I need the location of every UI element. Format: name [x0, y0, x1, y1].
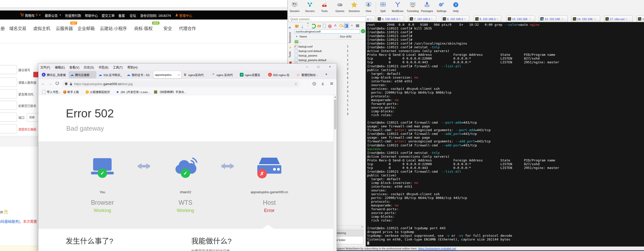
tab-close-icon[interactable]: × [497, 18, 498, 20]
sort-icon[interactable]: ▼ [296, 35, 298, 38]
topbar-submit-ticket[interactable]: 提交工单 [102, 13, 115, 18]
scroll-thumb[interactable] [334, 99, 336, 129]
reload-icon[interactable] [55, 81, 59, 85]
topbar-admin-center[interactable]: 管理中心 [179, 13, 192, 18]
url-text[interactable]: https://appsetupdos.game009.cn/test.jpg [74, 82, 133, 86]
form-input-2[interactable] [0, 78, 17, 87]
forward-icon[interactable]: → [48, 81, 52, 86]
new-tab-button[interactable]: + [325, 72, 327, 77]
maximize-button[interactable]: □ [315, 64, 322, 70]
downloads-icon[interactable] [321, 82, 325, 86]
key-icon[interactable] [338, 23, 343, 28]
form-input-6[interactable] [0, 124, 17, 133]
help-icon[interactable]: ? [4, 210, 8, 214]
session-tab-6-192-168-3[interactable]: 6. 192.168.3× [376, 16, 404, 22]
cart-link[interactable]: 购物车 [25, 13, 35, 18]
delete-icon[interactable]: × [327, 23, 332, 28]
nav-item-4[interactable]: 云服务器HOT [56, 25, 73, 31]
form-input-1[interactable] [0, 65, 17, 74]
cart-icon[interactable] [20, 13, 24, 17]
menu-icon[interactable] [330, 82, 333, 85]
shield-icon[interactable] [65, 82, 68, 86]
bookmark-item-5[interactable]: 《网易棋牌》手游合... [154, 90, 186, 94]
tab-close-icon[interactable]: × [464, 18, 466, 20]
session-tab-9-192-168-3[interactable]: 9. 192.168.3× [474, 16, 501, 22]
menu-help[interactable]: 帮助(H) [127, 65, 138, 69]
terminal[interactable]: root 2946 0.0 0.0 9180 984 pts/0 S+ 10:3… [366, 22, 644, 246]
sidebar-tab-sessions[interactable]: Sessions [288, 32, 291, 43]
tab-close-icon[interactable]: × [562, 18, 563, 20]
nav-item-7[interactable]: 商标·版权NEW [134, 25, 153, 31]
topbar-announcements[interactable]: 最新公告 [45, 13, 58, 18]
browser-tab-9[interactable]: C002-nginx-在 [267, 71, 294, 78]
upload-icon[interactable]: ↑ [305, 23, 310, 28]
session-tab-17-xibu-ser[interactable]: 17. xibu-ser× [604, 16, 633, 22]
browser-tab-6[interactable]: Bnginx反向代 [182, 71, 209, 78]
toolbar-split-button[interactable]: Split [376, 1, 390, 13]
nav-item-9[interactable]: 代理合作 [179, 25, 196, 31]
menu-tools[interactable]: 工具(T) [113, 65, 123, 69]
menu-history[interactable]: 历史(S) [84, 65, 94, 69]
topbar-forum[interactable]: 论坛 [130, 13, 136, 18]
snippet-icon[interactable] [355, 23, 360, 28]
nav-item-2[interactable]: 域名交易 [9, 25, 26, 31]
topbar-recharge[interactable]: 充值预付款 [65, 13, 81, 18]
topbar-filing[interactable]: 备案 [118, 13, 125, 18]
rename-icon[interactable]: A [333, 23, 338, 28]
session-tab-7-192-168-3[interactable]: 7. 192.168.3× [408, 16, 436, 22]
tab-close-icon[interactable]: × [626, 18, 627, 20]
toolbar-view-button[interactable]: View [361, 1, 375, 13]
file-col-size[interactable]: Size (KB) [340, 35, 351, 38]
menu-file[interactable]: 文件(F) [40, 65, 50, 69]
nav-item-6[interactable]: 云建站·小程序 [100, 25, 127, 31]
sidebar-tab-tools[interactable]: Tools [288, 51, 291, 58]
session-tab-19-192-168[interactable]: 19. 192.168× [636, 16, 644, 22]
browser-tab-5[interactable]: appsetupdos.× [153, 71, 181, 78]
toolbar-multiexec-button[interactable]: MultiExec [391, 1, 405, 13]
content-scrollbar[interactable]: ▲ [333, 95, 337, 251]
menu-bookmarks[interactable]: 书签(B) [98, 65, 108, 69]
url-bar[interactable]: https://appsetupdos.game009.cn/test.jpg … [62, 80, 300, 87]
tab-close-icon[interactable]: × [431, 18, 433, 20]
browser-tab-1[interactable]: b腾讯云_百度搜 [40, 71, 68, 78]
toolbar-tunneling-button[interactable]: Tunneling [406, 1, 420, 13]
toolbar-tools-button[interactable]: Tools [317, 1, 331, 13]
form-input-3[interactable] [0, 89, 17, 98]
path-ok-icon[interactable]: ✓ [361, 29, 365, 33]
new-file-icon[interactable] [322, 23, 327, 28]
bookmark-item-3[interactable]: 火狐搜索起始页 [86, 90, 110, 94]
session-tab-10-192-168-[interactable]: 10. 192.168.× [506, 16, 535, 22]
toolbar-help-button[interactable]: ?Help [449, 1, 463, 13]
minimize-button[interactable]: – [303, 64, 311, 70]
browser-tab-10[interactable]: (-)管理控制台 - [295, 71, 323, 78]
file-path-input[interactable]: /usr/local/nginx/conf/ [294, 29, 360, 34]
toolbar-packages-button[interactable]: Packages [420, 1, 434, 13]
file-row[interactable]: fastcgi_params [295, 54, 317, 57]
file-col-name[interactable]: Name [300, 35, 307, 38]
browser-tab-3[interactable]: ☁SSL证书购买_ [97, 71, 125, 78]
topbar-help-center[interactable]: 帮助中心 [85, 13, 98, 18]
lock-icon[interactable] [70, 82, 72, 86]
tab-close-icon[interactable]: × [529, 18, 531, 20]
notice-link[interactable]: 数码基础服务] [0, 219, 20, 223]
session-tab-8-192-168-3[interactable]: 8. 192.168.3× [441, 16, 469, 22]
status-link[interactable]: https://mobaxterm.mobatek.net [418, 247, 456, 250]
browser-tab-8[interactable]: sfnginx设置反 [238, 71, 266, 78]
wand-icon[interactable]: ✦ [349, 23, 354, 28]
tab-close-icon[interactable]: × [399, 18, 400, 20]
session-tab-e[interactable]: e× [366, 16, 375, 22]
tab-close-icon[interactable]: × [177, 73, 180, 76]
scroll-right-arrow[interactable]: > [361, 225, 363, 228]
file-row[interactable]: fastcgi_params.default [295, 58, 326, 62]
bookmark-star-icon[interactable]: ☆ [294, 82, 297, 86]
close-button[interactable]: × [326, 64, 334, 70]
browser-tab-2[interactable]: ☁腾讯云搜索 [69, 71, 96, 78]
browser-tab-7[interactable]: ”nginx 反向代 [210, 71, 238, 78]
bookmark-item-1[interactable]: →导入书签... [42, 90, 61, 94]
panel-view-icon[interactable] [344, 23, 349, 28]
back-icon[interactable]: ← [41, 81, 45, 86]
bookmark-item-2[interactable]: 新手上路 [63, 90, 79, 94]
nav-item-5[interactable]: 企业邮箱 [78, 25, 95, 31]
bookmark-item-4[interactable]: ◆(99..)开发任务 | Lean... [116, 90, 150, 94]
session-tab-14-192-168-[interactable]: 14. 192.168.× [571, 16, 600, 22]
